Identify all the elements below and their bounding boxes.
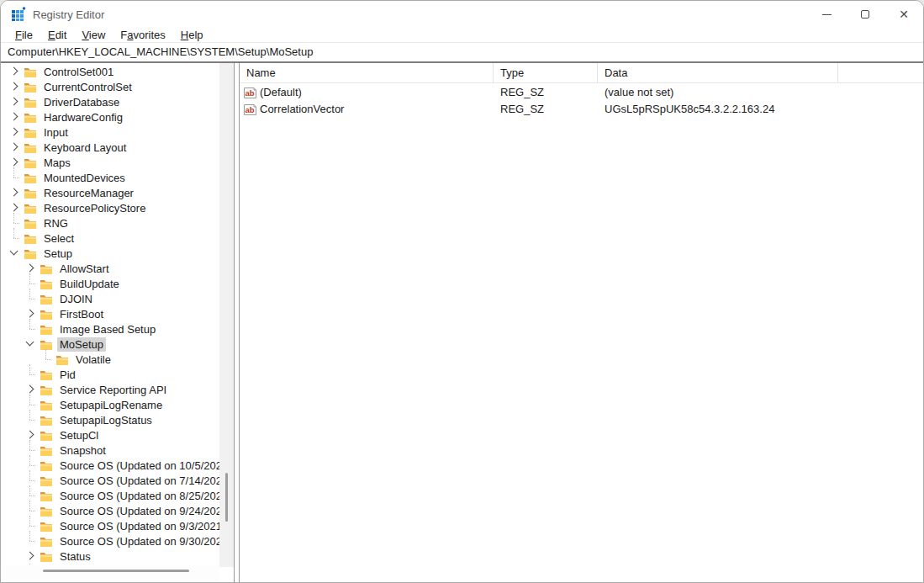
expander-icon[interactable] xyxy=(24,261,40,276)
expander-icon[interactable] xyxy=(40,352,55,367)
expander-icon[interactable] xyxy=(24,427,40,443)
tree-item-label[interactable]: FirstBoot xyxy=(57,307,106,321)
tree-item[interactable]: RNG xyxy=(1,215,234,231)
close-button[interactable]: ✕ xyxy=(884,1,923,28)
expander-icon[interactable] xyxy=(8,185,24,200)
tree-item[interactable]: Service Reporting API xyxy=(1,382,234,397)
column-header-data[interactable]: Data xyxy=(598,63,838,82)
expander-icon[interactable] xyxy=(24,382,40,397)
vertical-scrollbar-thumb[interactable] xyxy=(225,473,228,522)
expander-icon[interactable] xyxy=(8,64,24,79)
tree-vertical-scrollbar[interactable] xyxy=(219,63,234,567)
expander-icon[interactable] xyxy=(24,291,40,306)
tree-item[interactable]: Source OS (Updated on 10/5/2021 14:5 xyxy=(1,458,234,473)
tree-item[interactable]: Select xyxy=(1,231,234,246)
expander-icon[interactable] xyxy=(24,488,40,503)
tree-item-label[interactable]: ResourcePolicyStore xyxy=(41,201,148,215)
expander-icon[interactable] xyxy=(24,518,40,533)
expander-icon[interactable] xyxy=(24,473,40,488)
tree-item-label[interactable]: Source OS (Updated on 8/25/2020 17:4 xyxy=(57,489,234,503)
expander-icon[interactable] xyxy=(24,533,40,549)
tree-item[interactable]: Setup xyxy=(1,246,234,261)
tree-item-label[interactable]: Status xyxy=(57,549,93,564)
expander-icon[interactable] xyxy=(24,306,40,321)
tree-item[interactable]: Source OS (Updated on 7/14/2021 10:0 xyxy=(1,473,234,488)
tree-item-label[interactable]: Source OS (Updated on 7/14/2021 10:0 xyxy=(57,474,234,488)
title-bar[interactable]: Registry Editor ✕ xyxy=(1,1,923,28)
horizontal-scrollbar-thumb[interactable] xyxy=(43,570,189,572)
expander-icon[interactable] xyxy=(24,276,40,291)
address-input[interactable] xyxy=(1,45,923,58)
tree-item-label[interactable]: Snapshot xyxy=(57,443,108,458)
tree-item-label[interactable]: Source OS (Updated on 9/30/2021 05:4 xyxy=(57,534,234,549)
tree-item[interactable]: Volatile xyxy=(1,352,234,367)
tree-item[interactable]: Source OS (Updated on 8/25/2020 17:4 xyxy=(1,488,234,503)
tree-item[interactable]: Keyboard Layout xyxy=(1,140,234,155)
expander-icon[interactable] xyxy=(24,412,40,427)
tree-item[interactable]: DJOIN xyxy=(1,291,234,306)
tree-item[interactable]: MountedDevices xyxy=(1,170,234,185)
tree-item[interactable]: ResourceManager xyxy=(1,185,234,200)
maximize-button[interactable] xyxy=(846,1,884,28)
expander-icon[interactable] xyxy=(8,231,24,246)
tree-item[interactable]: SetupapiLogRename xyxy=(1,397,234,412)
tree-item-label[interactable]: Source OS (Updated on 10/5/2021 14:5 xyxy=(57,458,234,473)
tree-item-label[interactable]: Keyboard Layout xyxy=(41,140,129,155)
registry-value-row[interactable]: (Default) REG_SZ (value not set) xyxy=(240,84,923,100)
tree-item[interactable]: Pid xyxy=(1,367,234,382)
tree-item-label[interactable]: AllowStart xyxy=(57,262,112,276)
expander-icon[interactable] xyxy=(8,155,24,170)
tree-item-label[interactable]: RNG xyxy=(41,216,71,231)
expander-icon[interactable] xyxy=(8,125,24,140)
tree-item-label[interactable]: MoSetup xyxy=(57,337,106,352)
expander-icon[interactable] xyxy=(24,397,40,412)
tree-item[interactable]: FirstBoot xyxy=(1,306,234,321)
expander-icon[interactable] xyxy=(24,367,40,382)
tree-item[interactable]: Source OS (Updated on 9/3/2021 03:30 xyxy=(1,518,234,533)
column-header-type[interactable]: Type xyxy=(494,63,598,82)
expander-icon[interactable] xyxy=(8,140,24,155)
tree-item-label[interactable]: SetupCl xyxy=(57,428,101,443)
tree-item[interactable]: Source OS (Updated on 9/24/2021 16:3 xyxy=(1,503,234,518)
menu-item[interactable]: Help xyxy=(173,29,211,41)
expander-icon[interactable] xyxy=(8,94,24,109)
tree-item-label[interactable]: DriverDatabase xyxy=(41,95,122,109)
tree-item-label[interactable]: BuildUpdate xyxy=(57,277,122,291)
expander-icon[interactable] xyxy=(24,503,40,518)
expander-icon[interactable] xyxy=(24,321,40,337)
menu-item[interactable]: File xyxy=(8,29,40,41)
tree-item[interactable]: Image Based Setup xyxy=(1,321,234,337)
tree-item[interactable]: Input xyxy=(1,125,234,140)
tree-item[interactable]: DriverDatabase xyxy=(1,94,234,109)
minimize-button[interactable] xyxy=(807,1,846,28)
tree-item-label[interactable]: Select xyxy=(41,231,77,246)
tree-item-label[interactable]: DJOIN xyxy=(57,292,95,306)
tree-item-label[interactable]: CurrentControlSet xyxy=(41,80,135,94)
expander-icon[interactable] xyxy=(24,443,40,458)
tree-item-label[interactable]: SetupapiLogRename xyxy=(57,398,165,412)
tree-item[interactable]: HardwareConfig xyxy=(1,109,234,125)
tree-item[interactable]: Snapshot xyxy=(1,443,234,458)
tree-item-label[interactable]: Maps xyxy=(41,156,73,170)
tree-item-label[interactable]: SetupapiLogStatus xyxy=(57,413,155,427)
tree-item[interactable]: BuildUpdate xyxy=(1,276,234,291)
expander-icon[interactable] xyxy=(8,79,24,94)
tree-item[interactable]: Status xyxy=(1,549,234,564)
tree-horizontal-scrollbar[interactable] xyxy=(1,565,219,582)
tree-item-label[interactable]: Volatile xyxy=(73,352,114,367)
menu-item[interactable]: Favorites xyxy=(113,29,172,41)
tree-item-label[interactable]: Source OS (Updated on 9/3/2021 03:30 xyxy=(57,519,234,533)
tree-item-label[interactable]: MountedDevices xyxy=(41,171,128,185)
expander-icon[interactable] xyxy=(8,215,24,231)
expander-icon[interactable] xyxy=(8,109,24,125)
tree-item-label[interactable]: Pid xyxy=(57,368,78,382)
tree-item-label[interactable]: Source OS (Updated on 9/24/2021 16:3 xyxy=(57,504,234,518)
expander-icon[interactable] xyxy=(24,337,40,352)
expander-icon[interactable] xyxy=(8,246,24,261)
tree-item[interactable]: Maps xyxy=(1,155,234,170)
tree-item-label[interactable]: Input xyxy=(41,125,71,140)
expander-icon[interactable] xyxy=(8,170,24,185)
tree-item-label[interactable]: Service Reporting API xyxy=(57,383,169,397)
expander-icon[interactable] xyxy=(24,549,40,564)
expander-icon[interactable] xyxy=(8,200,24,215)
